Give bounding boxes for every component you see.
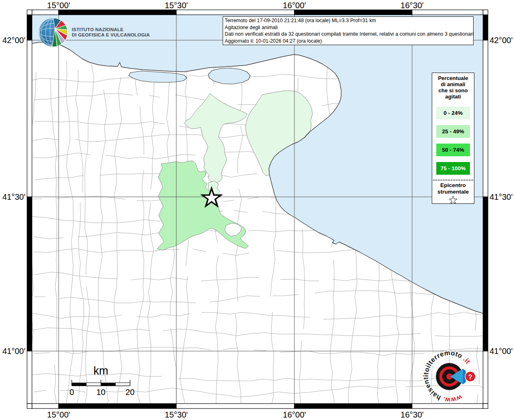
lat-label-left-41-00: 41°00'	[0, 347, 25, 356]
lat-label-left-42-00: 42°00'	[0, 36, 25, 45]
event-info-line2: Agitazione degli animali	[225, 24, 472, 31]
legend-title-line4: agitati	[432, 94, 474, 100]
legend-class-0-24: 0 - 24%	[436, 107, 470, 119]
logo-text-www: www.	[442, 393, 464, 404]
lon-label-bottom-15-30: 15°30'	[158, 410, 195, 420]
event-info-line1: Terremoto del 17-09-2010 21:21:48 (ora l…	[225, 17, 472, 24]
scale-tick-10: 10	[93, 388, 109, 397]
legend-class-25-49: 25 - 49%	[436, 125, 470, 138]
haisentitoilterremoto-logo: ? www. haisentitoilterremoto .it	[417, 346, 491, 420]
legend-epicenter-line1: Epicentro	[432, 182, 474, 189]
scale-unit-label: km	[84, 365, 117, 377]
legend-box: Percentuale di animali che si sono agita…	[432, 73, 474, 204]
event-info-line3: Dati non verificati estratti da 32 quest…	[225, 31, 472, 38]
lat-label-left-41-30: 41°30'	[0, 192, 25, 202]
lon-label-top-16-00: 16°00'	[276, 1, 313, 10]
ingv-globe-icon	[39, 16, 69, 48]
scale-tick-0: 0	[64, 388, 80, 397]
lon-label-top-15-30: 15°30'	[158, 1, 195, 10]
ingv-logo-text: ISTITUTO NAZIONALE DI GEOFISICA E VULCAN…	[72, 27, 150, 38]
legend-class-50-74: 50 - 74%	[436, 144, 470, 156]
event-info-line4: Aggiornato il: 10-01-2026 04:27 (ora loc…	[225, 38, 472, 45]
legend-divider	[433, 180, 473, 180]
legend-star-icon	[448, 196, 458, 205]
logo-question-mark: ?	[468, 373, 472, 381]
legend-title-line3: che si sono	[432, 87, 474, 94]
legend-class-75-100: 75 - 100%	[436, 162, 470, 175]
legend-epicenter-line2: strumentale	[432, 189, 474, 195]
scale-tick-20: 20	[122, 388, 138, 397]
ingv-felt-map-page: 15°00' 15°30' 16°00' 16°30' 15°00' 15°30…	[0, 0, 515, 420]
ingv-text-line2: DI GEOFISICA E VULCANOLOGIA	[72, 32, 150, 38]
lat-label-right-41-00: 41°00'	[490, 347, 515, 356]
lon-label-bottom-16-00: 16°00'	[276, 410, 313, 420]
logo-text-it: .it	[462, 355, 472, 365]
lat-label-right-41-30: 41°30'	[490, 192, 515, 202]
legend-title-line1: Percentuale	[432, 75, 474, 81]
lat-label-right-42-00: 42°00'	[490, 36, 515, 45]
lon-label-top-15-00: 15°00'	[40, 1, 77, 10]
ingv-logo: ISTITUTO NAZIONALE DI GEOFISICA E VULCAN…	[39, 16, 150, 48]
lon-label-top-16-30: 16°30'	[394, 1, 431, 10]
event-info-box: Terremoto del 17-09-2010 21:21:48 (ora l…	[223, 16, 474, 45]
lon-label-bottom-15-00: 15°00'	[40, 410, 77, 420]
ingv-text-line1: ISTITUTO NAZIONALE	[72, 27, 150, 33]
legend-title-line2: di animali	[432, 81, 474, 87]
